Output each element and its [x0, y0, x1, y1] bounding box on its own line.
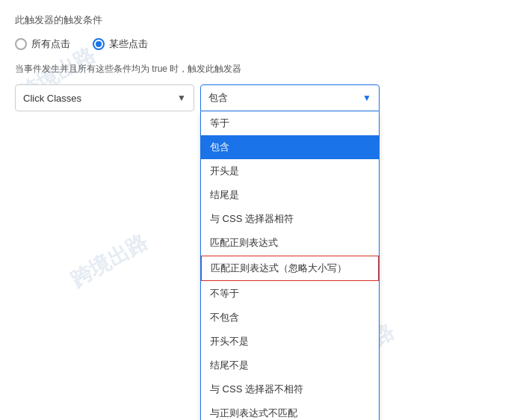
radio-group: 所有点击 某些点击: [15, 37, 514, 51]
operator-menu: 等于包含开头是结尾是与 CSS 选择器相符匹配正则表达式匹配正则表达式（忽略大小…: [200, 111, 380, 420]
operator-dropdown-arrow: ▼: [362, 93, 371, 103]
watermark-3: 跨境出路: [66, 228, 152, 294]
menu-item-contains[interactable]: 包含: [201, 135, 379, 159]
field-dropdown-value: Click Classes: [23, 93, 81, 104]
radio-all-clicks[interactable]: 所有点击: [15, 37, 70, 51]
operator-dropdown-wrapper: 包含 ▼ 等于包含开头是结尾是与 CSS 选择器相符匹配正则表达式匹配正则表达式…: [200, 84, 380, 111]
menu-item-not_contains[interactable]: 不包含: [201, 306, 379, 330]
radio-some-clicks[interactable]: 某些点击: [93, 37, 148, 51]
condition-row: Click Classes ▼ 包含 ▼ 等于包含开头是结尾是与 CSS 选择器…: [15, 84, 514, 111]
menu-item-css_not_match[interactable]: 与 CSS 选择器不相符: [201, 377, 379, 401]
radio-circle-some: [93, 38, 105, 50]
operator-dropdown-value: 包含: [208, 91, 228, 105]
menu-item-not_ends_with[interactable]: 结尾不是: [201, 353, 379, 377]
radio-label-some: 某些点击: [109, 37, 148, 51]
operator-dropdown[interactable]: 包含 ▼: [200, 84, 380, 111]
menu-item-css_match[interactable]: 与 CSS 选择器相符: [201, 207, 379, 231]
menu-item-regex_not_match[interactable]: 与正则表达式不匹配: [201, 401, 379, 420]
menu-item-regex_match_ignore_case[interactable]: 匹配正则表达式（忽略大小写）: [201, 256, 379, 281]
field-dropdown[interactable]: Click Classes ▼: [15, 84, 194, 111]
condition-description: 当事件发生并且所有这些条件均为 true 时，触发此触发器: [15, 63, 514, 75]
menu-item-not_equals[interactable]: 不等于: [201, 282, 379, 306]
radio-label-all: 所有点击: [31, 37, 70, 51]
menu-item-equals[interactable]: 等于: [201, 111, 379, 135]
trigger-condition-title: 此触发器的触发条件: [15, 13, 514, 27]
menu-item-starts_with[interactable]: 开头是: [201, 159, 379, 183]
menu-item-regex_match[interactable]: 匹配正则表达式: [201, 231, 379, 255]
menu-item-ends_with[interactable]: 结尾是: [201, 183, 379, 207]
field-dropdown-arrow: ▼: [177, 93, 186, 103]
radio-circle-all: [15, 38, 27, 50]
menu-item-not_starts_with[interactable]: 开头不是: [201, 330, 379, 353]
